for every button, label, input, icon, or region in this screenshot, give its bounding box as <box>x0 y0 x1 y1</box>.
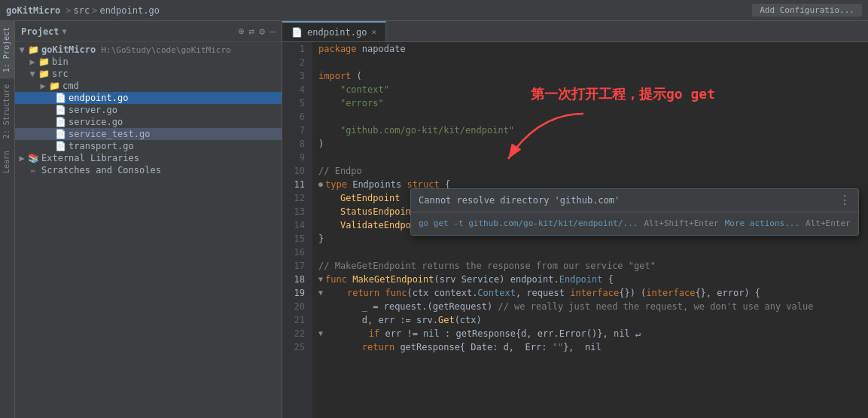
sidebar-tab-learn[interactable]: Learn <box>0 145 14 179</box>
code-line-1: package napodate <box>318 42 862 56</box>
breadcrumb-file[interactable]: endpoint.go <box>99 5 159 16</box>
editor-area: 📄 endpoint.go ✕ 1 2 3 4 5 6 7 8 9 10 11 … <box>282 21 868 418</box>
token <box>318 83 340 96</box>
token: getResponse{ Date: d, Err: <box>394 340 553 354</box>
code-line-10: // Endpo <box>318 164 862 178</box>
token: {}) ( <box>619 286 646 300</box>
breakpoint-icon: ● <box>318 178 323 191</box>
line-num-8: 8 <box>282 137 308 151</box>
tree-item-ext-libs[interactable]: ▶ 📚 External Libraries <box>15 152 282 164</box>
tree-label-server: server.go <box>69 105 282 115</box>
code-line-25: return getResponse{ Date: d, Err: ""}, n… <box>318 340 862 354</box>
popup-suggestion[interactable]: go get -t github.com/go-kit/kit/endpoint… <box>419 217 638 230</box>
token: return <box>362 340 394 354</box>
tab-label: endpoint.go <box>307 27 367 38</box>
token <box>347 178 352 191</box>
tree-item-src[interactable]: ▼ 📁 src <box>15 68 282 80</box>
line-numbers: 1 2 3 4 5 6 7 8 9 10 11 12 13 14 15 16 1… <box>282 42 312 418</box>
scratches-icon: ✏ <box>27 165 39 175</box>
tree-item-service-test[interactable]: 📄 service_test.go <box>15 128 282 140</box>
token: Get <box>438 313 455 327</box>
popup-more-actions[interactable]: More actions... <box>725 217 799 230</box>
token: if <box>369 327 379 340</box>
token: "errors" <box>340 96 384 110</box>
token: { <box>603 273 614 286</box>
src-folder-icon: 📁 <box>38 69 50 79</box>
popup-shortcut2: Alt+Enter <box>806 217 851 230</box>
sidebar-tab-structure[interactable]: 2: Structure <box>0 78 14 145</box>
tree-item-scratches[interactable]: ✏ Scratches and Consoles <box>15 164 282 176</box>
settings-icon[interactable]: ⚙ <box>259 26 265 37</box>
token: (srv Service) endpoint. <box>434 273 559 286</box>
line-num-11: 11 <box>282 178 308 191</box>
token: type <box>325 178 347 191</box>
add-content-icon[interactable]: ⊕ <box>239 26 245 37</box>
line-num-21: 21 <box>282 313 308 327</box>
token: import <box>318 69 351 83</box>
token <box>318 191 340 205</box>
tree-item-server[interactable]: 📄 server.go <box>15 104 282 116</box>
service-test-file-icon: 📄 <box>54 129 66 139</box>
tree-item-endpoint[interactable]: 📄 endpoint.go <box>15 92 282 104</box>
line-num-4: 4 <box>282 83 308 96</box>
add-configuration-button[interactable]: Add Configuratio... <box>752 4 862 17</box>
popup-menu-icon[interactable]: ⋮ <box>839 194 851 207</box>
editor-tab-endpoint[interactable]: 📄 endpoint.go ✕ <box>282 21 386 41</box>
code-content[interactable]: 第一次打开工程，提示go get package napodate <box>312 42 868 418</box>
top-bar: goKitMicro > src > endpoint.go Add Confi… <box>0 0 868 21</box>
fold-icon: ▼ <box>318 273 323 286</box>
code-line-22: ▼ if err != nil : getResponse{d, err.Err… <box>318 327 862 340</box>
breadcrumb-src[interactable]: src <box>73 5 90 16</box>
tree-item-cmd[interactable]: ▶ 📁 cmd <box>15 80 282 92</box>
tab-bar: 📄 endpoint.go ✕ <box>282 21 868 42</box>
tree-label-ext-libs: External Libraries <box>41 153 282 163</box>
error-popup: Cannot resolve directory 'github.com' ⋮ … <box>410 188 859 236</box>
token: GetEndpoint <box>340 191 400 205</box>
file-tree: ▼ 📁 goKitMicro H:\GoStudy\code\goKitMicr… <box>15 42 282 418</box>
line-num-20: 20 <box>282 300 308 313</box>
token: Context <box>477 286 516 300</box>
token: ) <box>318 137 324 151</box>
token: package <box>318 42 357 56</box>
tree-item-service[interactable]: 📄 service.go <box>15 116 282 128</box>
tab-close-icon[interactable]: ✕ <box>371 27 376 37</box>
tree-item-root[interactable]: ▼ 📁 goKitMicro H:\GoStudy\code\goKitMicr… <box>15 44 282 56</box>
token: } <box>318 232 324 246</box>
token: "" <box>553 340 563 354</box>
tree-label-bin: bin <box>52 56 282 67</box>
code-line-9 <box>318 151 862 164</box>
code-editor[interactable]: 1 2 3 4 5 6 7 8 9 10 11 12 13 14 15 16 1… <box>282 42 868 418</box>
token: {}, error) { <box>695 286 760 300</box>
panel-title: Project <box>21 26 59 37</box>
token: "github.com/go-kit/kit/endpoint" <box>340 124 514 137</box>
code-line-6 <box>318 110 862 124</box>
tree-arrow-root: ▼ <box>17 44 27 55</box>
tree-item-bin[interactable]: ▶ 📁 bin <box>15 56 282 68</box>
popup-shortcut1: Alt+Shift+Enter <box>644 217 718 230</box>
line-num-14: 14 <box>282 218 308 232</box>
line-num-7: 7 <box>282 124 308 137</box>
token: interface <box>646 286 695 300</box>
folder-icon: 📁 <box>27 44 39 55</box>
code-line-16 <box>318 246 862 259</box>
minimize-icon[interactable]: — <box>270 26 276 37</box>
token: (ctx context. <box>407 286 477 300</box>
sidebar-tab-project[interactable]: 1: Project <box>0 21 14 78</box>
scroll-from-source-icon[interactable]: ⇄ <box>249 26 255 37</box>
popup-header: Cannot resolve directory 'github.com' ⋮ <box>411 189 858 212</box>
token: Endpoints <box>352 178 407 191</box>
token <box>379 286 385 300</box>
cmd-folder-icon: 📁 <box>48 81 60 91</box>
line-num-13: 13 <box>282 205 308 218</box>
token: // MakeGetEndpoint returns the response … <box>318 259 656 273</box>
token: func <box>385 286 407 300</box>
token: (ctx) <box>455 313 482 327</box>
tree-label-src: src <box>52 69 282 79</box>
tree-item-transport[interactable]: 📄 transport.go <box>15 140 282 152</box>
panel-header: Project ▼ ⊕ ⇄ ⚙ — <box>15 21 282 42</box>
server-file-icon: 📄 <box>54 105 66 115</box>
bin-folder-icon: 📁 <box>38 56 50 67</box>
fold-icon3: ▼ <box>318 327 323 340</box>
code-line-3: import ( <box>318 69 862 83</box>
panel-chevron-icon[interactable]: ▼ <box>62 27 67 35</box>
